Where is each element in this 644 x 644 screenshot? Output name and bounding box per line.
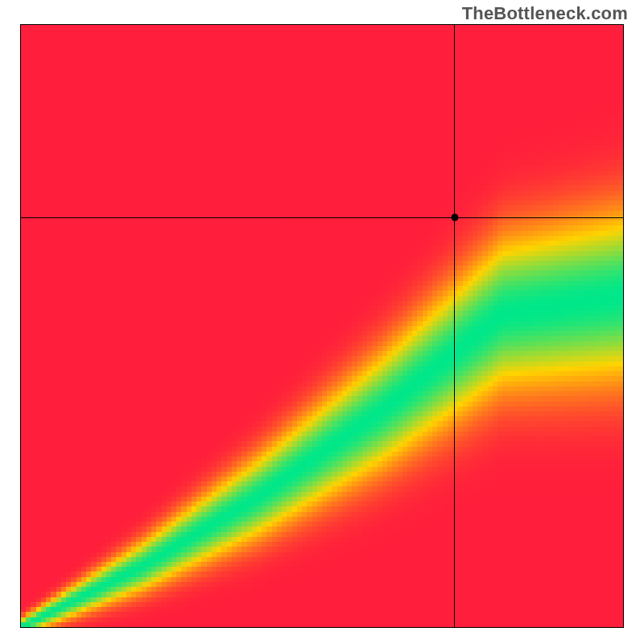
crosshair-vertical — [454, 25, 455, 627]
plot-area — [20, 24, 624, 628]
crosshair-horizontal — [21, 217, 623, 218]
heatmap-canvas — [21, 25, 623, 627]
watermark-text: TheBottleneck.com — [462, 3, 628, 24]
chart-wrapper: TheBottleneck.com — [0, 0, 644, 644]
crosshair-marker — [451, 214, 458, 221]
